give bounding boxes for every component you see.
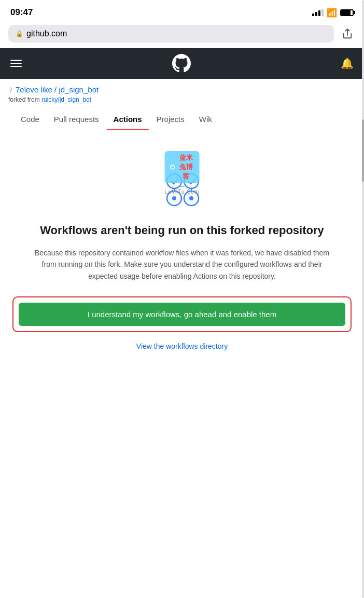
svg-point-6 bbox=[189, 196, 193, 200]
notifications-bell[interactable]: 🔔 bbox=[341, 57, 354, 70]
svg-point-4 bbox=[172, 196, 176, 200]
tab-code[interactable]: Code bbox=[13, 108, 47, 130]
repo-path: ⑂ 7eleve like / jd_sign_bot bbox=[8, 85, 356, 94]
status-icons: 📶 bbox=[312, 8, 354, 18]
view-workflows-link[interactable]: View the workflows directory bbox=[136, 342, 228, 350]
lock-icon: 🔒 bbox=[16, 30, 23, 37]
share-icon bbox=[342, 28, 353, 39]
tab-actions[interactable]: Actions bbox=[106, 108, 149, 130]
svg-point-2 bbox=[184, 174, 199, 188]
url-field[interactable]: 🔒 github.com bbox=[8, 25, 334, 43]
share-button[interactable] bbox=[339, 25, 356, 42]
repo-info: ⑂ 7eleve like / jd_sign_bot forked from … bbox=[0, 79, 364, 130]
enable-button-wrapper: I understand my workflows, go ahead and … bbox=[12, 296, 352, 332]
actions-description: Because this repository contained workfl… bbox=[32, 247, 332, 282]
github-logo bbox=[172, 54, 191, 73]
fork-icon: ⑂ bbox=[8, 86, 12, 94]
github-header: 🔔 bbox=[0, 48, 364, 79]
actions-heading: Workflows aren't being run on this forke… bbox=[12, 223, 352, 239]
url-text: github.com bbox=[26, 29, 67, 38]
status-bar: 09:47 📶 bbox=[0, 0, 364, 22]
scrollbar-thumb[interactable] bbox=[362, 119, 364, 182]
repo-tabs: Code Pull requests Actions Projects Wik bbox=[8, 108, 356, 130]
main-content: 蓝米兔博客 —LaMiTu.Com— Workflows aren't bein… bbox=[0, 130, 364, 366]
signal-icon bbox=[312, 9, 324, 16]
status-time: 09:47 bbox=[10, 7, 33, 18]
enable-workflows-button[interactable]: I understand my workflows, go ahead and … bbox=[19, 303, 345, 326]
address-bar: 🔒 github.com bbox=[0, 22, 364, 48]
tab-projects[interactable]: Projects bbox=[149, 108, 192, 130]
battery-icon bbox=[340, 9, 354, 16]
svg-point-1 bbox=[167, 174, 181, 188]
tab-wiki[interactable]: Wik bbox=[192, 108, 219, 130]
actions-illustration: 蓝米兔博客 —LaMiTu.Com— bbox=[151, 151, 213, 208]
repo-link[interactable]: 7eleve like / jd_sign_bot bbox=[16, 85, 99, 94]
forked-from-text: forked from ruicky/jd_sign_bot bbox=[8, 96, 356, 103]
scrollbar[interactable] bbox=[362, 0, 364, 598]
forked-from-link[interactable]: ruicky/jd_sign_bot bbox=[41, 96, 91, 103]
workflow-diagram bbox=[156, 166, 208, 212]
hamburger-menu[interactable] bbox=[10, 60, 22, 67]
wifi-icon: 📶 bbox=[327, 8, 337, 18]
tab-pull-requests[interactable]: Pull requests bbox=[47, 108, 106, 130]
